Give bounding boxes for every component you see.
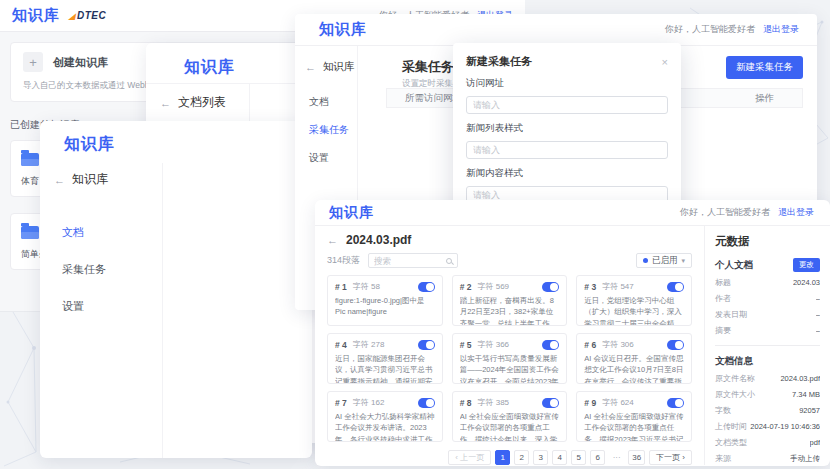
page-number-button[interactable]: 5 xyxy=(571,450,586,465)
chevron-down-icon: ▾ xyxy=(681,257,685,265)
meta-label: 标题 xyxy=(715,277,731,288)
chunk-card[interactable]: # 6 字符 306 AI 会议近日召开。全国宣传思想文化工作会议10月7日至8… xyxy=(576,333,692,384)
chunk-enabled-toggle[interactable] xyxy=(667,282,684,292)
chunk-search[interactable] xyxy=(368,253,458,268)
chunk-enabled-toggle[interactable] xyxy=(667,398,684,408)
logo-mark-icon: ◢ xyxy=(68,11,77,21)
meta-value: 2024-07-19 10:46:36 xyxy=(750,422,820,431)
status-filter-button[interactable]: 已启用 ▾ xyxy=(636,253,692,268)
chunk-index: # 4 xyxy=(335,340,347,350)
back-arrow-icon: ← xyxy=(160,97,171,109)
chunk-card[interactable]: # 1 字符 58 figure:1-figure-0.jpg|图中是Pic n… xyxy=(327,275,443,326)
field-input[interactable] xyxy=(466,141,668,159)
sidebar-menu-item[interactable]: 采集任务 xyxy=(295,116,357,144)
back-label: 文档列表 xyxy=(178,94,226,111)
chunk-toolbar: 314段落 已启用 ▾ xyxy=(327,253,692,268)
window-kb-menu: 知识库 ← 知识库 文档 采集任务 设置 xyxy=(40,121,312,458)
bg-app-title: 知识库 xyxy=(12,6,60,25)
meta-row: 摘要 – xyxy=(715,325,820,336)
chunk-index: # 6 xyxy=(584,340,596,350)
page-number-button[interactable]: 4 xyxy=(552,450,567,465)
chunk-card[interactable]: # 2 字符 569 踏上新征程，奋楫再出发。8月22日至23日，382+家单位… xyxy=(452,275,568,326)
chunk-text: AI 全社会大力弘扬科学家精神工作会议并发布讲话。2023年，各行业坚持稳中求进… xyxy=(335,411,435,442)
chunk-card[interactable]: # 4 字符 278 近日，国家能源集团召开会议，认真学习贯彻习近平总书记重要指… xyxy=(327,333,443,384)
chunk-index: # 2 xyxy=(460,282,472,292)
page-number-button[interactable]: 1 xyxy=(495,450,510,465)
chunk-index: # 5 xyxy=(460,340,472,350)
create-task-button[interactable]: 新建采集任务 xyxy=(726,56,803,79)
chunk-card[interactable]: # 9 字符 624 AI 全社会应全面细致做好宣传工作会议部署的各项重点任务。… xyxy=(576,391,692,442)
chunk-enabled-toggle[interactable] xyxy=(542,340,559,350)
meta-row: 原文件名称 2024.03.pdf xyxy=(715,373,820,384)
meta-label: 字数 xyxy=(715,405,731,416)
logo-text: DTEC xyxy=(77,10,106,21)
chunk-enabled-toggle[interactable] xyxy=(542,282,559,292)
modal-field: 新闻列表样式 xyxy=(466,122,668,159)
chunk-enabled-toggle[interactable] xyxy=(667,340,684,350)
create-kb-title: 创建知识库 xyxy=(53,55,108,70)
chunk-enabled-toggle[interactable] xyxy=(418,340,435,350)
back-arrow-icon[interactable]: ← xyxy=(327,234,338,246)
chunk-enabled-toggle[interactable] xyxy=(418,398,435,408)
search-icon xyxy=(446,258,452,264)
page-number-button[interactable]: 6 xyxy=(590,450,605,465)
sidebar-menu-item[interactable]: 文档 xyxy=(295,88,357,116)
metadata-title: 元数据 xyxy=(715,234,820,249)
sidebar-menu-item[interactable]: 设置 xyxy=(295,144,357,172)
meta-row: 标题 2024.03 xyxy=(715,277,820,288)
folder-icon xyxy=(21,153,39,166)
page-number-button[interactable]: 3 xyxy=(533,450,548,465)
chunk-count: 314段落 xyxy=(327,254,360,267)
doc-fields: 标题 2024.03 作者 – 发表日期 – xyxy=(715,277,820,336)
chunk-card[interactable]: # 7 字符 162 AI 全社会大力弘扬科学家精神工作会议并发布讲话。2023… xyxy=(327,391,443,442)
chunk-char-count: 字符 547 xyxy=(602,281,634,292)
prev-page-button[interactable]: ‹ 上一页 xyxy=(448,450,491,465)
meta-label: 作者 xyxy=(715,293,731,304)
chunk-text: AI 全社会应全面细致做好宣传工作会议部署的各项重点工作。据统计今年以来，深入学… xyxy=(460,411,560,442)
pagination: ‹ 上一页 1 2 3 4 5 xyxy=(327,450,692,465)
chunk-card[interactable]: # 3 字符 547 近日，党组理论学习中心组（扩大）组织集中学习，深入学习贯彻… xyxy=(576,275,692,326)
next-page-button[interactable]: 下一页 › xyxy=(649,450,692,465)
close-icon[interactable]: × xyxy=(662,56,668,68)
chunk-char-count: 字符 58 xyxy=(353,281,380,292)
chunk-card[interactable]: # 8 字符 385 AI 全社会应全面细致做好宣传工作会议部署的各项重点工作。… xyxy=(452,391,568,442)
sidebar-menu-item[interactable]: 文档 xyxy=(40,214,312,251)
modal-field: 访问网址 xyxy=(466,77,668,114)
chunk-char-count: 字符 366 xyxy=(477,339,509,350)
chunk-card[interactable]: # 5 字符 366 以实干笃行书写高质量发展新篇——2024年全国国资工作会议… xyxy=(452,333,568,384)
divider xyxy=(715,345,820,346)
meta-value: 92057 xyxy=(799,406,820,415)
page-number-button[interactable]: 36 xyxy=(628,450,645,465)
page-number-button[interactable]: ··· xyxy=(609,450,624,465)
meta-row: 原文件大小 7.34 MB xyxy=(715,389,820,400)
doc-info-section-title: 文档信息 xyxy=(715,355,753,368)
meta-value: 2024.03.pdf xyxy=(780,374,820,383)
back-kb[interactable]: ← 知识库 xyxy=(40,155,312,188)
chunk-text: 以实干笃行书写高质量发展新篇——2024年全国国资工作会议在京召开，全面总结20… xyxy=(460,353,560,384)
sidebar-menu-item[interactable]: 采集任务 xyxy=(40,251,312,288)
win-c-user-greeting: 你好，人工智能爱好者 xyxy=(665,23,755,36)
back-label: 知识库 xyxy=(323,60,355,74)
meta-label: 发表日期 xyxy=(715,309,747,320)
meta-value: – xyxy=(816,326,820,335)
meta-label: 来源 xyxy=(715,453,731,464)
meta-label: 原文件大小 xyxy=(715,389,755,400)
search-input[interactable] xyxy=(374,256,444,266)
win-c-header: 知识库 你好，人工智能爱好者 退出登录 xyxy=(295,14,817,46)
change-doc-type-button[interactable]: 更改 xyxy=(793,258,820,272)
chunk-index: # 1 xyxy=(335,282,347,292)
page-number-button[interactable]: 2 xyxy=(514,450,529,465)
back-kb[interactable]: ← 知识库 xyxy=(295,46,357,74)
win-d-user-greeting: 你好，人工智能爱好者 xyxy=(680,206,770,219)
chunk-text: 近日，国家能源集团召开会议，认真学习贯彻习近平总书记重要指示精神，通报近期安全生… xyxy=(335,353,435,384)
sidebar-menu-item[interactable]: 设置 xyxy=(40,288,312,325)
chunk-enabled-toggle[interactable] xyxy=(542,398,559,408)
chunk-enabled-toggle[interactable] xyxy=(418,282,435,292)
field-input[interactable] xyxy=(466,96,668,114)
win-d-logout-link[interactable]: 退出登录 xyxy=(778,206,814,219)
status-dot-icon xyxy=(643,258,648,263)
back-label: 知识库 xyxy=(72,171,108,188)
modal-title: 新建采集任务 xyxy=(466,54,532,69)
chunk-char-count: 字符 624 xyxy=(602,397,634,408)
win-c-logout-link[interactable]: 退出登录 xyxy=(763,23,799,36)
